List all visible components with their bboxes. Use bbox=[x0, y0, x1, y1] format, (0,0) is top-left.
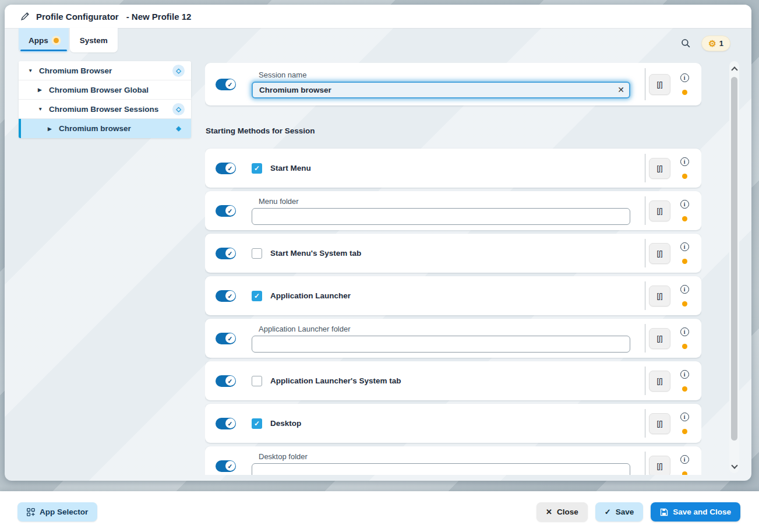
info-icon[interactable]: i bbox=[680, 285, 689, 294]
close-label: Close bbox=[557, 508, 578, 516]
modified-indicator-dot bbox=[682, 386, 687, 392]
script-button[interactable]: [ʃ] bbox=[649, 286, 670, 306]
script-button[interactable]: [ʃ] bbox=[649, 158, 670, 179]
script-button[interactable]: [ʃ] bbox=[649, 243, 670, 264]
checkbox-row: ✓ Application Launcher's System tab bbox=[252, 376, 701, 386]
info-icon[interactable]: i bbox=[680, 413, 689, 421]
setting-checkbox[interactable]: ✓ bbox=[252, 248, 262, 259]
card-status-column: i bbox=[673, 63, 696, 105]
info-icon[interactable]: i bbox=[680, 327, 689, 336]
scrollbar-thumb[interactable] bbox=[731, 77, 737, 441]
setting-card: ✓ ✓ Application Launcher [ʃ] i bbox=[205, 276, 701, 315]
diamond-icon: ◇ bbox=[172, 65, 185, 77]
setting-enable-toggle[interactable]: ✓ bbox=[216, 163, 236, 174]
card-divider bbox=[645, 409, 645, 438]
card-status-column: i bbox=[673, 404, 696, 443]
setting-enable-toggle[interactable]: ✓ bbox=[216, 333, 236, 344]
gear-icon: ⚙ bbox=[708, 39, 716, 48]
pencil-icon bbox=[20, 12, 30, 21]
setting-body: Application Launcher folder ✕ bbox=[252, 325, 701, 353]
info-icon[interactable]: i bbox=[680, 200, 689, 209]
sidebar-tree-item[interactable]: ▼ Chromium Browser ◇ bbox=[19, 61, 191, 80]
sidebar-tree-item[interactable]: ▶ Chromium browser ◆ bbox=[19, 119, 191, 138]
toggle-check-icon: ✓ bbox=[225, 206, 235, 216]
scroll-down-icon[interactable] bbox=[731, 462, 737, 468]
close-button[interactable]: ✕ Close bbox=[536, 502, 588, 522]
modified-indicator-dot bbox=[682, 259, 687, 264]
setting-enable-toggle[interactable]: ✓ bbox=[216, 460, 236, 472]
setting-checkbox[interactable]: ✓ bbox=[252, 418, 262, 429]
sidebar-tree: ▼ Chromium Browser ◇ ▶ Chromium Browser … bbox=[19, 61, 191, 138]
titlebar: Profile Configurator - New Profile 12 bbox=[5, 5, 751, 28]
info-icon[interactable]: i bbox=[680, 370, 689, 379]
setting-checkbox[interactable]: ✓ bbox=[252, 376, 262, 386]
save-button[interactable]: ✓ Save bbox=[595, 502, 643, 522]
app-selector-button[interactable]: App Selector bbox=[17, 502, 97, 522]
setting-enable-toggle[interactable]: ✓ bbox=[216, 79, 236, 90]
tree-arrow-icon[interactable]: ▶ bbox=[38, 87, 47, 93]
text-input[interactable] bbox=[252, 336, 630, 353]
setting-body: ✓ Application Launcher's System tab bbox=[252, 376, 701, 386]
sidebar-tree-item[interactable]: ▼ Chromium Browser Sessions ◇ bbox=[19, 100, 191, 119]
field-label: Session name bbox=[259, 71, 701, 79]
tree-arrow-icon[interactable]: ▼ bbox=[28, 68, 37, 73]
field-row: Desktop folder ✕ bbox=[252, 452, 701, 475]
card-status-column: i bbox=[673, 234, 696, 273]
script-button[interactable]: [ʃ] bbox=[649, 74, 670, 95]
checkbox-label: Start Menu bbox=[270, 164, 311, 172]
script-button[interactable]: [ʃ] bbox=[649, 200, 670, 221]
field-row: Application Launcher folder ✕ bbox=[252, 325, 701, 353]
checkbox-row: ✓ Start Menu bbox=[252, 163, 701, 174]
card-status-column: i bbox=[673, 319, 696, 358]
clear-input-icon[interactable]: ✕ bbox=[617, 85, 624, 94]
field-label: Application Launcher folder bbox=[259, 325, 701, 333]
setting-checkbox[interactable]: ✓ bbox=[252, 163, 262, 174]
script-button[interactable]: [ʃ] bbox=[649, 456, 670, 475]
section-heading: Starting Methods for Session bbox=[206, 126, 701, 137]
tree-arrow-icon[interactable]: ▼ bbox=[38, 106, 47, 112]
modified-indicator-dot bbox=[682, 216, 687, 221]
info-icon[interactable]: i bbox=[680, 157, 689, 166]
save-and-close-button[interactable]: Save and Close bbox=[651, 502, 740, 522]
input-wrap: ✕ bbox=[252, 208, 630, 225]
setting-enable-toggle[interactable]: ✓ bbox=[216, 375, 236, 387]
setting-enable-toggle[interactable]: ✓ bbox=[216, 418, 236, 429]
diamond-icon: ◆ bbox=[172, 122, 185, 135]
script-button[interactable]: [ʃ] bbox=[649, 371, 670, 392]
info-icon[interactable]: i bbox=[680, 455, 689, 464]
changes-count-badge[interactable]: ⚙ 1 bbox=[701, 36, 730, 51]
info-icon[interactable]: i bbox=[680, 73, 689, 82]
card-divider bbox=[645, 239, 645, 267]
topbar-actions: ⚙ 1 bbox=[680, 36, 730, 51]
setting-card: ✓ ✓ Desktop [ʃ] i bbox=[205, 404, 701, 443]
text-input[interactable] bbox=[252, 463, 630, 475]
scrollbar[interactable] bbox=[729, 61, 739, 473]
tree-item-label: Chromium Browser bbox=[39, 66, 112, 75]
save-label: Save bbox=[616, 508, 634, 516]
checkbox-check-icon: ✓ bbox=[254, 420, 260, 428]
text-input[interactable] bbox=[252, 82, 630, 98]
script-button[interactable]: [ʃ] bbox=[649, 328, 670, 349]
tab-system[interactable]: System bbox=[70, 28, 118, 52]
checkbox-row: ✓ Start Menu's System tab bbox=[252, 248, 701, 259]
setting-body: Desktop folder ✕ bbox=[252, 452, 701, 475]
text-input[interactable] bbox=[252, 208, 630, 225]
tree-arrow-icon[interactable]: ▶ bbox=[48, 126, 57, 132]
script-button[interactable]: [ʃ] bbox=[649, 413, 670, 434]
tab-apps[interactable]: Apps bbox=[19, 28, 69, 52]
setting-card: ✓ ✓ Start Menu [ʃ] i bbox=[205, 149, 701, 188]
modified-indicator-dot bbox=[682, 90, 687, 95]
profile-name: - New Profile 12 bbox=[126, 12, 192, 22]
info-icon[interactable]: i bbox=[680, 242, 689, 251]
sidebar-tree-item[interactable]: ▶ Chromium Browser Global bbox=[19, 80, 191, 100]
tab-system-label: System bbox=[80, 36, 108, 45]
setting-enable-toggle[interactable]: ✓ bbox=[216, 290, 236, 302]
setting-body: Menu folder ✕ bbox=[252, 197, 701, 225]
setting-enable-toggle[interactable]: ✓ bbox=[216, 248, 236, 259]
setting-checkbox[interactable]: ✓ bbox=[252, 291, 262, 301]
field-label: Menu folder bbox=[259, 197, 701, 206]
setting-enable-toggle[interactable]: ✓ bbox=[216, 205, 236, 217]
search-icon[interactable] bbox=[680, 38, 691, 50]
close-icon: ✕ bbox=[546, 508, 552, 516]
scroll-up-icon[interactable] bbox=[731, 66, 737, 73]
